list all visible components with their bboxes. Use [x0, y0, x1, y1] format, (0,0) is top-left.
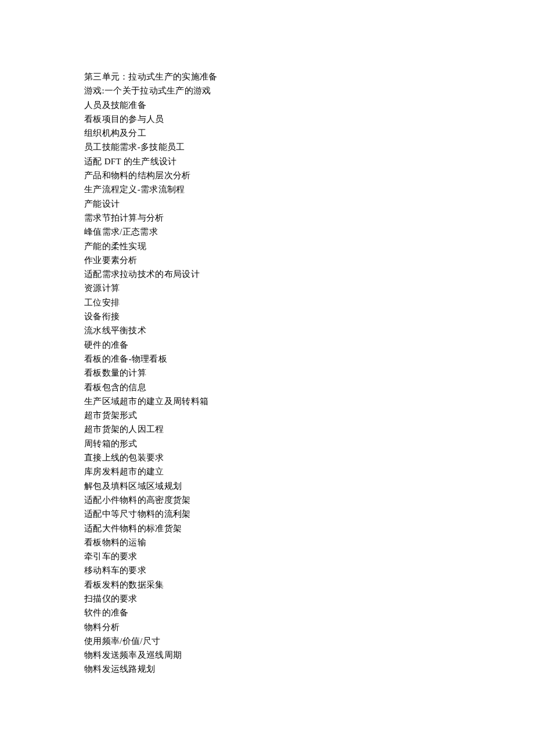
text-line: 产能的柔性实现	[84, 239, 450, 253]
text-line: 软件的准备	[84, 606, 450, 620]
text-line: 适配中等尺寸物料的流利架	[84, 507, 450, 521]
document-content: 第三单元：拉动式生产的实施准备 游戏:一个关于拉动式生产的游戏 人员及技能准备 …	[84, 70, 450, 676]
text-line: 使用频率/价值/尺寸	[84, 634, 450, 648]
text-line: 周转箱的形式	[84, 437, 450, 451]
text-line: 看板发料的数据采集	[84, 578, 450, 592]
text-line: 生产区域超市的建立及周转料箱	[84, 394, 450, 408]
text-line: 适配 DFT 的生产线设计	[84, 154, 450, 168]
text-line: 游戏:一个关于拉动式生产的游戏	[84, 84, 450, 98]
text-line: 适配小件物料的高密度货架	[84, 493, 450, 507]
text-line: 适配大件物料的标准货架	[84, 521, 450, 535]
text-line: 员工技能需求-多技能员工	[84, 140, 450, 154]
text-line: 物料发送频率及巡线周期	[84, 648, 450, 662]
text-line: 超市货架形式	[84, 408, 450, 422]
text-line: 超市货架的人因工程	[84, 422, 450, 436]
text-line: 工位安排	[84, 296, 450, 309]
text-line: 设备衔接	[84, 309, 450, 323]
text-line: 解包及填料区域区域规划	[84, 479, 450, 493]
text-line: 牵引车的要求	[84, 549, 450, 563]
text-line: 流水线平衡技术	[84, 323, 450, 337]
text-line: 产品和物料的结构层次分析	[84, 168, 450, 182]
text-line: 第三单元：拉动式生产的实施准备	[84, 70, 450, 84]
text-line: 物料分析	[84, 620, 450, 634]
text-line: 需求节拍计算与分析	[84, 211, 450, 225]
text-line: 适配需求拉动技术的布局设计	[84, 267, 450, 281]
text-line: 资源计算	[84, 281, 450, 295]
text-line: 物料发运线路规划	[84, 662, 450, 676]
text-line: 扫描仪的要求	[84, 592, 450, 606]
text-line: 直接上线的包装要求	[84, 451, 450, 465]
text-line: 组织机构及分工	[84, 126, 450, 140]
text-line: 产能设计	[84, 197, 450, 211]
text-line: 看板数量的计算	[84, 366, 450, 380]
text-line: 作业要素分析	[84, 253, 450, 267]
text-line: 看板包含的信息	[84, 380, 450, 394]
text-line: 人员及技能准备	[84, 98, 450, 112]
text-line: 生产流程定义-需求流制程	[84, 182, 450, 196]
text-line: 库房发料超市的建立	[84, 465, 450, 478]
text-line: 看板的准备-物理看板	[84, 352, 450, 366]
text-line: 硬件的准备	[84, 338, 450, 352]
text-line: 峰值需求/正态需求	[84, 225, 450, 239]
text-line: 看板项目的参与人员	[84, 112, 450, 126]
text-line: 移动料车的要求	[84, 563, 450, 577]
text-line: 看板物料的运输	[84, 535, 450, 549]
